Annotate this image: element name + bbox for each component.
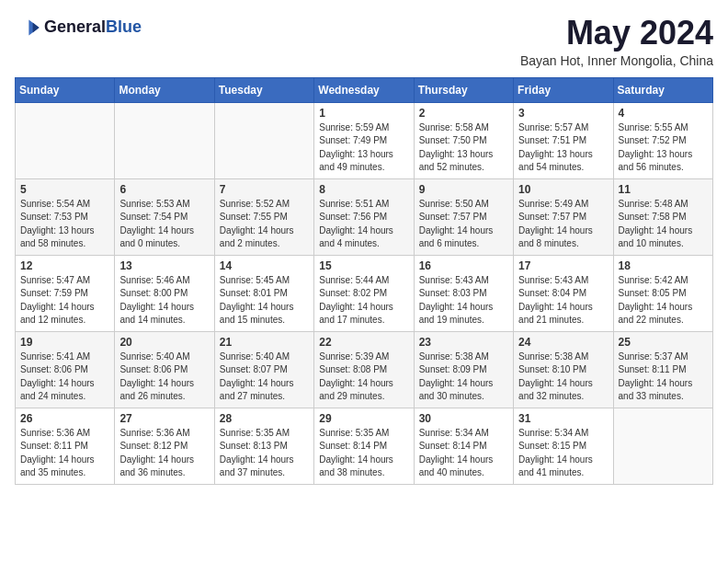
calendar-header-row: SundayMondayTuesdayWednesdayThursdayFrid…	[16, 77, 713, 102]
calendar-table: SundayMondayTuesdayWednesdayThursdayFrid…	[15, 77, 713, 485]
day-info: Sunrise: 5:35 AMSunset: 8:14 PMDaylight:…	[319, 427, 408, 480]
day-info: Sunrise: 5:59 AMSunset: 7:49 PMDaylight:…	[319, 121, 408, 175]
day-info: Sunrise: 5:43 AMSunset: 8:04 PMDaylight:…	[518, 274, 608, 327]
calendar-cell: 4Sunrise: 5:55 AMSunset: 7:52 PMDaylight…	[613, 102, 712, 178]
day-info: Sunrise: 5:42 AMSunset: 8:05 PMDaylight:…	[619, 274, 708, 327]
day-info: Sunrise: 5:51 AMSunset: 7:56 PMDaylight:…	[319, 198, 408, 251]
day-number: 4	[619, 107, 708, 120]
calendar-week-row: 5Sunrise: 5:54 AMSunset: 7:53 PMDaylight…	[16, 178, 713, 255]
day-info: Sunrise: 5:43 AMSunset: 8:03 PMDaylight:…	[419, 274, 508, 327]
day-number: 2	[419, 107, 508, 120]
logo-general: General	[44, 18, 106, 37]
calendar-cell: 6Sunrise: 5:53 AMSunset: 7:54 PMDaylight…	[115, 178, 214, 255]
calendar-day-header: Tuesday	[214, 77, 313, 102]
calendar-week-row: 26Sunrise: 5:36 AMSunset: 8:11 PMDayligh…	[16, 408, 713, 484]
day-number: 31	[518, 412, 608, 425]
day-number: 8	[319, 183, 408, 196]
day-number: 18	[619, 259, 708, 272]
calendar-cell: 2Sunrise: 5:58 AMSunset: 7:50 PMDaylight…	[414, 102, 513, 178]
calendar-cell: 12Sunrise: 5:47 AMSunset: 7:59 PMDayligh…	[16, 255, 115, 331]
day-info: Sunrise: 5:36 AMSunset: 8:12 PMDaylight:…	[119, 427, 209, 480]
logo: General Blue	[15, 15, 142, 40]
header: General Blue May 2024 Bayan Hot, Inner M…	[15, 15, 713, 68]
day-number: 17	[518, 259, 608, 272]
calendar-week-row: 1Sunrise: 5:59 AMSunset: 7:49 PMDaylight…	[16, 102, 713, 178]
day-number: 22	[319, 336, 408, 349]
calendar-subtitle: Bayan Hot, Inner Mongolia, China	[520, 53, 713, 68]
day-number: 23	[419, 336, 508, 349]
day-number: 13	[119, 259, 209, 272]
day-info: Sunrise: 5:57 AMSunset: 7:51 PMDaylight:…	[518, 121, 608, 175]
day-info: Sunrise: 5:36 AMSunset: 8:11 PMDaylight:…	[20, 427, 109, 480]
day-number: 10	[518, 183, 608, 196]
day-number: 12	[20, 259, 109, 272]
calendar-day-header: Friday	[514, 77, 613, 102]
calendar-cell: 15Sunrise: 5:44 AMSunset: 8:02 PMDayligh…	[314, 255, 414, 331]
logo-text: General Blue	[44, 18, 142, 37]
day-number: 25	[619, 336, 708, 349]
day-info: Sunrise: 5:58 AMSunset: 7:50 PMDaylight:…	[419, 121, 508, 175]
day-info: Sunrise: 5:37 AMSunset: 8:11 PMDaylight:…	[619, 350, 708, 404]
calendar-cell	[214, 102, 313, 178]
calendar-cell	[613, 408, 712, 484]
calendar-day-header: Sunday	[16, 77, 115, 102]
logo-blue: Blue	[106, 18, 142, 37]
day-info: Sunrise: 5:52 AMSunset: 7:55 PMDaylight:…	[220, 198, 309, 251]
day-number: 14	[220, 259, 309, 272]
day-number: 7	[220, 183, 309, 196]
calendar-cell: 30Sunrise: 5:34 AMSunset: 8:14 PMDayligh…	[414, 408, 513, 484]
day-number: 6	[119, 183, 209, 196]
day-number: 9	[419, 183, 508, 196]
day-number: 26	[20, 412, 109, 425]
calendar-day-header: Monday	[115, 77, 214, 102]
day-info: Sunrise: 5:35 AMSunset: 8:13 PMDaylight:…	[220, 427, 309, 480]
calendar-cell: 8Sunrise: 5:51 AMSunset: 7:56 PMDaylight…	[314, 178, 414, 255]
day-info: Sunrise: 5:49 AMSunset: 7:57 PMDaylight:…	[518, 198, 608, 251]
day-info: Sunrise: 5:38 AMSunset: 8:10 PMDaylight:…	[518, 350, 608, 404]
day-number: 19	[20, 336, 109, 349]
calendar-cell: 9Sunrise: 5:50 AMSunset: 7:57 PMDaylight…	[414, 178, 513, 255]
calendar-cell: 18Sunrise: 5:42 AMSunset: 8:05 PMDayligh…	[613, 255, 712, 331]
day-number: 11	[619, 183, 708, 196]
calendar-cell: 5Sunrise: 5:54 AMSunset: 7:53 PMDaylight…	[16, 178, 115, 255]
calendar-cell: 25Sunrise: 5:37 AMSunset: 8:11 PMDayligh…	[613, 331, 712, 408]
calendar-cell: 16Sunrise: 5:43 AMSunset: 8:03 PMDayligh…	[414, 255, 513, 331]
day-number: 21	[220, 336, 309, 349]
day-info: Sunrise: 5:55 AMSunset: 7:52 PMDaylight:…	[619, 121, 708, 175]
day-info: Sunrise: 5:39 AMSunset: 8:08 PMDaylight:…	[319, 350, 408, 404]
calendar-day-header: Saturday	[613, 77, 712, 102]
logo-icon	[15, 15, 40, 40]
day-number: 20	[119, 336, 209, 349]
day-info: Sunrise: 5:40 AMSunset: 8:07 PMDaylight:…	[220, 350, 309, 404]
day-number: 16	[419, 259, 508, 272]
day-number: 27	[119, 412, 209, 425]
calendar-cell: 13Sunrise: 5:46 AMSunset: 8:00 PMDayligh…	[115, 255, 214, 331]
calendar-cell: 23Sunrise: 5:38 AMSunset: 8:09 PMDayligh…	[414, 331, 513, 408]
calendar-cell: 1Sunrise: 5:59 AMSunset: 7:49 PMDaylight…	[314, 102, 414, 178]
title-area: May 2024 Bayan Hot, Inner Mongolia, Chin…	[520, 15, 713, 68]
day-info: Sunrise: 5:45 AMSunset: 8:01 PMDaylight:…	[220, 274, 309, 327]
day-number: 24	[518, 336, 608, 349]
calendar-day-header: Wednesday	[314, 77, 414, 102]
day-info: Sunrise: 5:47 AMSunset: 7:59 PMDaylight:…	[20, 274, 109, 327]
day-info: Sunrise: 5:40 AMSunset: 8:06 PMDaylight:…	[119, 350, 209, 404]
day-info: Sunrise: 5:53 AMSunset: 7:54 PMDaylight:…	[119, 198, 209, 251]
calendar-cell: 26Sunrise: 5:36 AMSunset: 8:11 PMDayligh…	[16, 408, 115, 484]
day-number: 5	[20, 183, 109, 196]
day-info: Sunrise: 5:44 AMSunset: 8:02 PMDaylight:…	[319, 274, 408, 327]
day-number: 1	[319, 107, 408, 120]
day-info: Sunrise: 5:34 AMSunset: 8:15 PMDaylight:…	[518, 427, 608, 480]
day-info: Sunrise: 5:34 AMSunset: 8:14 PMDaylight:…	[419, 427, 508, 480]
day-info: Sunrise: 5:46 AMSunset: 8:00 PMDaylight:…	[119, 274, 209, 327]
day-info: Sunrise: 5:41 AMSunset: 8:06 PMDaylight:…	[20, 350, 109, 404]
calendar-cell: 31Sunrise: 5:34 AMSunset: 8:15 PMDayligh…	[514, 408, 613, 484]
calendar-cell: 20Sunrise: 5:40 AMSunset: 8:06 PMDayligh…	[115, 331, 214, 408]
calendar-week-row: 12Sunrise: 5:47 AMSunset: 7:59 PMDayligh…	[16, 255, 713, 331]
calendar-title: May 2024	[520, 15, 713, 52]
day-number: 29	[319, 412, 408, 425]
day-info: Sunrise: 5:50 AMSunset: 7:57 PMDaylight:…	[419, 198, 508, 251]
calendar-cell: 19Sunrise: 5:41 AMSunset: 8:06 PMDayligh…	[16, 331, 115, 408]
calendar-cell: 24Sunrise: 5:38 AMSunset: 8:10 PMDayligh…	[514, 331, 613, 408]
calendar-cell: 28Sunrise: 5:35 AMSunset: 8:13 PMDayligh…	[214, 408, 313, 484]
calendar-cell: 3Sunrise: 5:57 AMSunset: 7:51 PMDaylight…	[514, 102, 613, 178]
